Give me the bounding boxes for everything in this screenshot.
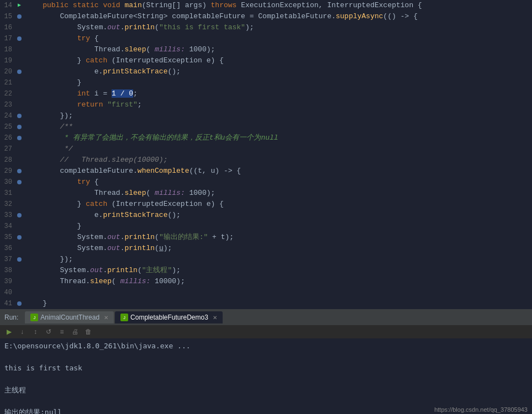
step-down-button[interactable]: ↕ — [30, 326, 41, 337]
line-number: 18 — [0, 44, 15, 55]
table-row: 15 CompletableFuture<String> completable… — [0, 11, 532, 22]
code-content-14: public static void main(String[] args) t… — [23, 0, 532, 11]
line-number: 20 — [0, 66, 15, 77]
gutter-36 — [15, 243, 23, 254]
gutter-18 — [15, 44, 23, 55]
breakpoint-dot — [17, 235, 22, 240]
gutter-26 — [15, 132, 23, 144]
code-content-19: } catch (InterruptedException e) { — [23, 55, 532, 66]
code-content-35: System.out.println("输出的结果:" + t); — [23, 232, 532, 243]
line-number: 15 — [0, 11, 15, 22]
run-button[interactable]: ▶ — [3, 326, 14, 337]
code-content-24: }); — [23, 110, 532, 121]
tab-animalcountthread[interactable]: J AnimalCountThread ✕ — [25, 311, 114, 323]
line-number: 23 — [0, 99, 15, 110]
table-row: 25 /** — [0, 121, 532, 132]
line-number: 30 — [0, 177, 15, 188]
gutter-27 — [15, 144, 23, 155]
table-row: 29 completableFuture.whenComplete((t, u)… — [0, 166, 532, 177]
gutter-38 — [15, 265, 23, 276]
run-toolbar: ▶ ↓ ↕ ↺ ≡ 🖨 🗑 — [0, 325, 532, 338]
rerun-button[interactable]: ↺ — [43, 326, 54, 337]
arrow-icon: ▶ — [18, 0, 21, 11]
breakpoint-dot — [17, 125, 22, 129]
code-content-29: completableFuture.whenComplete((t, u) ->… — [23, 166, 532, 177]
line-number: 14 — [0, 0, 15, 11]
table-row: 37 }); — [0, 254, 532, 265]
close-icon[interactable]: ✕ — [104, 315, 108, 321]
tab-label-2: CompletableFutureDemo3 — [130, 314, 208, 321]
run-label: Run: — [4, 314, 18, 321]
clear-button[interactable]: 🗑 — [83, 326, 94, 337]
table-row: 36 System.out.println(u); — [0, 243, 532, 254]
format-button[interactable]: ≡ — [56, 326, 67, 337]
line-number: 34 — [0, 221, 15, 232]
breakpoint-dot — [17, 257, 22, 262]
gutter-22 — [15, 88, 23, 99]
code-content-16: System.out.println("this is first task")… — [23, 22, 532, 33]
line-number: 39 — [0, 276, 15, 287]
code-content-32: } catch (InterruptedException e) { — [23, 199, 532, 210]
table-row: 30 try { — [0, 177, 532, 188]
breakpoint-dot — [17, 301, 22, 306]
table-row: 31 Thread.sleep( millis: 1000); — [0, 188, 532, 199]
gutter-32 — [15, 199, 23, 210]
gutter-33 — [15, 210, 23, 221]
gutter-40 — [15, 287, 23, 298]
table-row: 39 Thread.sleep( millis: 10000); — [0, 276, 532, 287]
code-content-17: try { — [23, 33, 532, 44]
output-line-2: 主线程 — [4, 385, 528, 396]
code-content-39: Thread.sleep( millis: 10000); — [23, 276, 532, 287]
gutter-28 — [15, 155, 23, 166]
table-row: 23 return "first"; — [0, 99, 532, 110]
code-editor: 14 ▶ public static void main(String[] ar… — [0, 0, 532, 309]
tab-label-1: AnimalCountThread — [40, 314, 99, 321]
table-row: 32 } catch (InterruptedException e) { — [0, 199, 532, 210]
code-content-34: } — [23, 221, 532, 232]
table-row: 41 } — [0, 298, 532, 309]
table-row: 40 — [0, 287, 532, 298]
code-content-40 — [23, 287, 532, 298]
code-content-27: */ — [23, 144, 532, 155]
breakpoint-dot — [17, 180, 22, 184]
step-over-button[interactable]: ↓ — [17, 326, 28, 337]
line-number: 29 — [0, 166, 15, 177]
line-number: 37 — [0, 254, 15, 265]
gutter-25 — [15, 121, 23, 132]
breakpoint-dot — [17, 36, 22, 41]
code-content-41: } — [23, 298, 532, 309]
table-row: 17 try { — [0, 33, 532, 44]
gutter-29 — [15, 166, 23, 177]
line-number: 38 — [0, 265, 15, 276]
run-output: E:\opensource\jdk1.8.0_261\bin\java.exe … — [0, 338, 532, 414]
code-content-36: System.out.println(u); — [23, 243, 532, 254]
code-content-23: return "first"; — [23, 99, 532, 110]
table-row: 18 Thread.sleep( millis: 1000); — [0, 44, 532, 55]
table-row: 33 e.printStackTrace(); — [0, 210, 532, 221]
gutter-31 — [15, 188, 23, 199]
table-row: 27 */ — [0, 144, 532, 155]
table-row: 35 System.out.println("输出的结果:" + t); — [0, 232, 532, 243]
java-icon: J — [30, 314, 38, 321]
line-number: 35 — [0, 232, 15, 243]
table-row: 22 int i = 1 / 0; — [0, 88, 532, 99]
line-number: 16 — [0, 22, 15, 33]
close-icon-2[interactable]: ✕ — [213, 315, 217, 321]
output-line-1: this is first task — [4, 363, 528, 374]
code-content-37: }); — [23, 254, 532, 265]
breakpoint-dot — [17, 213, 22, 217]
gutter-21 — [15, 77, 23, 88]
code-content-21: } — [23, 77, 532, 88]
code-content-22: int i = 1 / 0; — [23, 88, 532, 99]
line-number: 21 — [0, 77, 15, 88]
gutter-24 — [15, 110, 23, 121]
tab-completablefuturedemo3[interactable]: J CompletableFutureDemo3 ✕ — [115, 311, 223, 323]
code-content-30: try { — [23, 177, 532, 188]
line-number: 32 — [0, 199, 15, 210]
run-panel: Run: J AnimalCountThread ✕ J Completable… — [0, 309, 532, 414]
line-number: 31 — [0, 188, 15, 199]
breakpoint-dot — [17, 136, 22, 140]
line-number: 33 — [0, 210, 15, 221]
line-number: 25 — [0, 121, 15, 132]
stop-button[interactable]: 🖨 — [70, 326, 81, 337]
